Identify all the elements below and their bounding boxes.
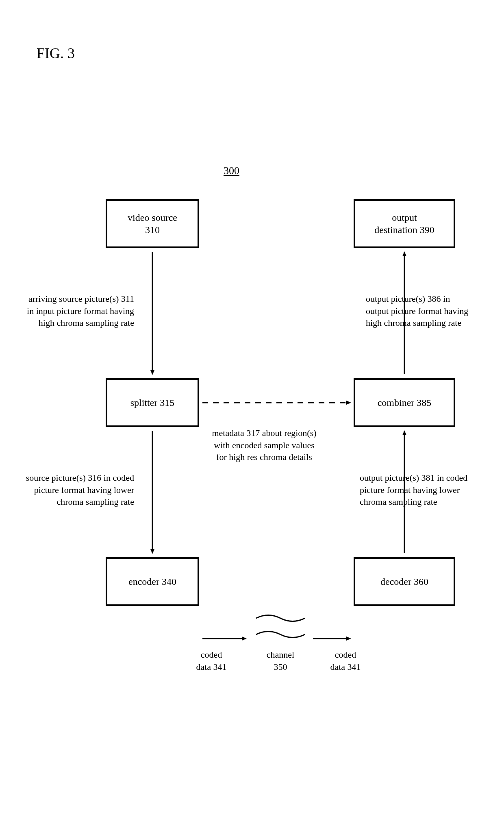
box-combiner: combiner 385 xyxy=(354,378,455,427)
label-arriving-source: arriving source picture(s) 311in input p… xyxy=(16,293,134,329)
label-source-coded: source picture(s) 316 in codedpicture fo… xyxy=(12,472,134,508)
box-splitter: splitter 315 xyxy=(106,378,199,427)
box-video-source: video source310 xyxy=(106,199,199,248)
figure-ref: 300 xyxy=(224,165,239,177)
box-output-destination: outputdestination 390 xyxy=(354,199,455,248)
label-channel: channel350 xyxy=(258,649,303,673)
box-decoder: decoder 360 xyxy=(354,557,455,606)
label-coded-data-right: codeddata 341 xyxy=(325,649,366,673)
diagram-page: FIG. 3 300 video source310 splitter 315 … xyxy=(0,0,504,824)
label-coded-data-left: codeddata 341 xyxy=(191,649,232,673)
channel-wave-bottom xyxy=(256,632,305,638)
label-metadata: metadata 317 about region(s)with encoded… xyxy=(199,427,329,463)
label-output-coded: output picture(s) 381 in codedpicture fo… xyxy=(360,472,494,508)
channel-wave-top xyxy=(256,615,305,621)
box-encoder: encoder 340 xyxy=(106,557,199,606)
figure-title: FIG. 3 xyxy=(37,45,75,62)
label-output-high: output picture(s) 386 inoutput picture f… xyxy=(366,293,492,329)
